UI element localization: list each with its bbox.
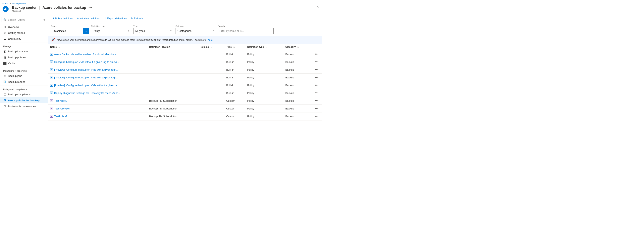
refresh-button[interactable]: ↻ Refresh	[129, 16, 145, 21]
policy-link[interactable]: ■ [Preview]: Configure backup on VMs wit…	[50, 84, 110, 87]
definition-type-select[interactable]: Policy Initiative	[91, 28, 131, 34]
policy-link[interactable]: ■ [Preview]: Configure backup on VMs wit…	[50, 68, 110, 71]
cell-type: Built-in	[224, 89, 245, 97]
cell-actions: •••	[312, 97, 322, 105]
table-row: ■ TestPolicy3 Backup PM Subscription Cus…	[48, 97, 322, 105]
sort-def-loc-icon: ↑↓	[172, 46, 174, 48]
table-row: ■ [Preview]: Configure backup on VMs wit…	[48, 66, 322, 74]
sidebar-item-backup-policies[interactable]: ▦ Backup policies	[0, 54, 48, 60]
sidebar-item-label: Backup instances	[8, 50, 28, 53]
sidebar-item-label: Backup reports	[8, 80, 25, 83]
col-definition-location[interactable]: Definition location ↑↓	[147, 44, 198, 50]
banner-link[interactable]: here	[208, 39, 212, 41]
cell-policies	[198, 89, 224, 97]
row-actions-button[interactable]: •••	[314, 114, 320, 118]
sidebar-item-overview[interactable]: ⊞ Overview	[0, 24, 48, 30]
sidebar-item-backup-jobs[interactable]: ≡ Backup jobs	[0, 73, 48, 79]
cell-actions: •••	[312, 50, 322, 58]
row-actions-button[interactable]: •••	[314, 98, 320, 103]
cell-category: Backup	[283, 89, 312, 97]
sidebar-item-community[interactable]: ☁ Community	[0, 36, 48, 42]
row-actions-button[interactable]: •••	[314, 60, 320, 64]
policy-definition-button[interactable]: + Policy definition	[51, 15, 75, 21]
app-name: Backup center	[12, 5, 37, 10]
policy-link[interactable]: ■ TestPolicy7	[50, 115, 110, 118]
category-filter: Category 1 categories All categories Bac…	[176, 25, 216, 34]
row-actions-button[interactable]: •••	[314, 91, 320, 95]
cell-definition-location	[147, 50, 198, 58]
cell-type: Built-in	[224, 50, 245, 58]
export-definitions-button[interactable]: ⬆ Export definitions	[102, 16, 128, 21]
cell-policies	[198, 74, 224, 81]
col-category[interactable]: Category ↑↓	[283, 44, 312, 50]
cell-actions: •••	[312, 89, 322, 97]
policy-link[interactable]: ■ TestPolicy104	[50, 107, 110, 110]
row-actions-button[interactable]: •••	[314, 67, 320, 72]
search-input[interactable]	[8, 18, 41, 21]
scope-filter: Scope ...	[51, 25, 89, 34]
table-row: ■ [Preview]: Configure backup on VMs wit…	[48, 74, 322, 81]
cell-policies	[198, 66, 224, 74]
cell-definition-type: Policy	[245, 112, 283, 120]
policy-link[interactable]: ■ TestPolicy3	[50, 99, 110, 102]
policy-icon: ■	[50, 92, 53, 94]
cell-policies	[198, 97, 224, 105]
sidebar-item-vaults[interactable]: ⬛ Vaults	[0, 60, 48, 66]
policy-link[interactable]: ■ Azure Backup should be enabled for Vir…	[50, 53, 110, 56]
cell-definition-type: Policy	[245, 105, 283, 112]
sidebar-item-getting-started[interactable]: ☆ Getting started	[0, 30, 48, 36]
sidebar-item-label: Backup jobs	[8, 74, 22, 77]
collapse-sidebar-button[interactable]: «	[42, 18, 46, 21]
col-definition-type[interactable]: Definition type ↑↓	[245, 44, 283, 50]
backup-policies-icon: ▦	[3, 56, 6, 59]
cell-category: Backup	[283, 105, 312, 112]
col-type[interactable]: Type ↑↓	[224, 44, 245, 50]
policy-link[interactable]: ■ [Preview]: Configure backup on VMs wit…	[50, 76, 110, 79]
col-name[interactable]: Name ↑↓	[48, 44, 147, 50]
row-actions-button[interactable]: •••	[314, 106, 320, 111]
main-layout: 🔍 « ⊞ Overview ☆ Getting started ☁ Commu…	[0, 14, 322, 121]
getting-started-icon: ☆	[3, 31, 6, 34]
scope-button[interactable]: ...	[83, 28, 89, 34]
close-button[interactable]: ✕	[316, 4, 320, 9]
search-icon: 🔍	[4, 18, 6, 21]
sidebar-item-backup-reports[interactable]: 📊 Backup reports	[0, 79, 48, 85]
row-actions-button[interactable]: •••	[314, 83, 320, 87]
initiative-definition-button[interactable]: + Initiative definition	[76, 15, 102, 21]
category-select[interactable]: 1 categories All categories Backup	[176, 28, 216, 34]
search-bar: 🔍 «	[2, 17, 46, 22]
cell-definition-location: Backup PM Subscription	[147, 112, 198, 120]
type-label: Type	[133, 25, 173, 27]
cell-actions: •••	[312, 105, 322, 112]
sort-category-icon: ↑↓	[297, 46, 299, 48]
cell-definition-location	[147, 81, 198, 89]
page-title: Azure policies for backup	[42, 5, 86, 10]
policies-table-container: Name ↑↓ Definition location ↑↓ Policies …	[48, 44, 322, 121]
breadcrumb-home[interactable]: Home	[2, 2, 8, 5]
cell-policies	[198, 112, 224, 120]
row-actions-button[interactable]: •••	[314, 75, 320, 80]
cell-category: Backup	[283, 58, 312, 66]
vaults-icon: ⬛	[3, 62, 6, 65]
scope-input[interactable]	[51, 28, 83, 34]
more-options-icon[interactable]: •••	[88, 6, 92, 9]
row-actions-button[interactable]: •••	[314, 52, 320, 56]
col-actions	[312, 44, 322, 50]
toolbar: + Policy definition + Initiative definit…	[48, 14, 322, 23]
export-icon: ⬆	[104, 17, 106, 20]
cell-definition-location	[147, 74, 198, 81]
cell-type: Built-in	[224, 58, 245, 66]
cell-type: Custom	[224, 97, 245, 105]
type-select[interactable]: All types Built-in Custom	[133, 28, 173, 34]
sidebar-item-azure-policies[interactable]: ⚙ Azure policies for backup	[0, 97, 48, 103]
policy-link[interactable]: ■ Configure backup on VMs without a give…	[50, 60, 110, 63]
sidebar-item-protectable-datasources[interactable]: 🛡 Protectable datasources	[0, 103, 48, 109]
cell-definition-location: Backup PM Subscription	[147, 97, 198, 105]
sidebar-item-backup-instances[interactable]: ◧ Backup instances	[0, 48, 48, 54]
cell-category: Backup	[283, 66, 312, 74]
policy-link[interactable]: ■ Deploy Diagnostic Settings for Recover…	[50, 92, 110, 95]
sidebar-item-backup-compliance[interactable]: ◫ Backup compliance	[0, 91, 48, 97]
name-id-search-input[interactable]	[218, 28, 274, 34]
breadcrumb-current[interactable]: Backup center	[12, 2, 26, 5]
col-policies[interactable]: Policies ↑↓	[198, 44, 224, 50]
